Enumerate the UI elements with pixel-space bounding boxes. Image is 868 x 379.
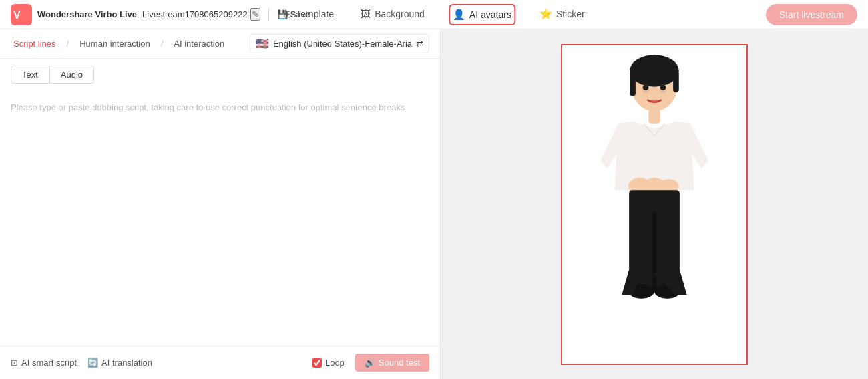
nav-tab-sticker[interactable]: ⭐ Sticker: [537, 0, 588, 29]
language-flag: 🇺🇸: [256, 37, 269, 50]
ai-smart-script-icon: ⊡: [11, 358, 18, 368]
ai-translation-button[interactable]: 🔄 AI translation: [87, 358, 152, 368]
ai-smart-script-button[interactable]: ⊡ AI smart script: [11, 358, 77, 368]
loop-checkbox[interactable]: [312, 358, 322, 368]
audio-tab-button[interactable]: Audio: [49, 66, 94, 84]
svg-rect-10: [648, 109, 660, 124]
svg-point-3: [630, 55, 679, 87]
ai-translation-label: AI translation: [101, 358, 152, 368]
header: V Wondershare Virbo Live Livestream17080…: [0, 0, 868, 29]
logo-text: Wondershare Virbo Live: [37, 9, 137, 19]
svg-rect-15: [652, 211, 656, 291]
nav-tab-template-label: Template: [296, 9, 334, 19]
right-panel: [441, 29, 868, 379]
sub-tab-human-interaction[interactable]: Human interaction: [77, 39, 153, 49]
edit-session-name-button[interactable]: ✎: [250, 8, 260, 21]
language-selector[interactable]: 🇺🇸 English (United States)-Female-Aria ⇄: [250, 34, 429, 53]
bottom-bar: ⊡ AI smart script 🔄 AI translation Loop …: [0, 346, 440, 379]
sound-test-button[interactable]: 🔊 Sound test: [355, 354, 429, 372]
logo-icon: V: [11, 4, 32, 25]
svg-point-8: [643, 84, 649, 90]
sub-tab-script-lines[interactable]: Script lines: [11, 39, 59, 49]
script-placeholder: Please type or paste dubbing script, tak…: [11, 102, 405, 112]
language-label: English (United States)-Female-Aria: [273, 39, 412, 49]
session-name: Livestream1708065209222: [142, 9, 248, 19]
loop-label: Loop: [325, 358, 345, 368]
svg-rect-4: [630, 70, 636, 96]
sticker-icon: ⭐: [539, 8, 552, 20]
nav-tab-sticker-label: Sticker: [556, 9, 585, 19]
ai-avatars-icon: 👤: [453, 9, 465, 21]
sound-test-icon: 🔊: [365, 358, 375, 368]
text-tab-button[interactable]: Text: [11, 66, 49, 84]
svg-text:V: V: [13, 9, 21, 21]
script-textarea[interactable]: Please type or paste dubbing script, tak…: [0, 90, 440, 346]
loop-control: Loop: [312, 358, 345, 368]
template-icon: ⊞: [283, 8, 292, 20]
sound-test-label: Sound test: [379, 358, 420, 368]
svg-point-9: [660, 84, 666, 90]
sub-tab-ai-interaction[interactable]: AI interaction: [171, 39, 227, 49]
nav-tab-ai-avatars[interactable]: 👤 AI avatars: [449, 4, 515, 25]
svg-rect-5: [673, 70, 679, 92]
nav-tab-background-label: Background: [375, 9, 425, 19]
ai-smart-script-label: AI smart script: [21, 358, 77, 368]
avatar-figure: [562, 45, 746, 364]
language-swap-icon: ⇄: [416, 39, 423, 49]
canvas-area[interactable]: [561, 44, 748, 365]
text-audio-tabs: Text Audio: [0, 59, 440, 90]
nav-tab-background[interactable]: 🖼 Background: [358, 0, 427, 29]
header-divider: [268, 8, 269, 21]
sub-tab-divider-1: /: [67, 39, 69, 49]
ai-translation-icon: 🔄: [87, 358, 98, 368]
start-livestream-button[interactable]: Start livestream: [766, 4, 857, 25]
sub-tabs-bar: Script lines / Human interaction / AI in…: [0, 29, 440, 59]
nav-tabs: ⊞ Template 🖼 Background 👤 AI avatars ⭐ S…: [280, 0, 587, 29]
background-icon: 🖼: [361, 8, 371, 19]
nav-tab-ai-avatars-label: AI avatars: [469, 9, 511, 20]
main-layout: Script lines / Human interaction / AI in…: [0, 29, 868, 379]
left-panel: Script lines / Human interaction / AI in…: [0, 29, 441, 379]
sub-tab-divider-2: /: [161, 39, 164, 49]
nav-tab-template[interactable]: ⊞ Template: [280, 0, 337, 29]
logo-area: V Wondershare Virbo Live: [11, 4, 137, 25]
